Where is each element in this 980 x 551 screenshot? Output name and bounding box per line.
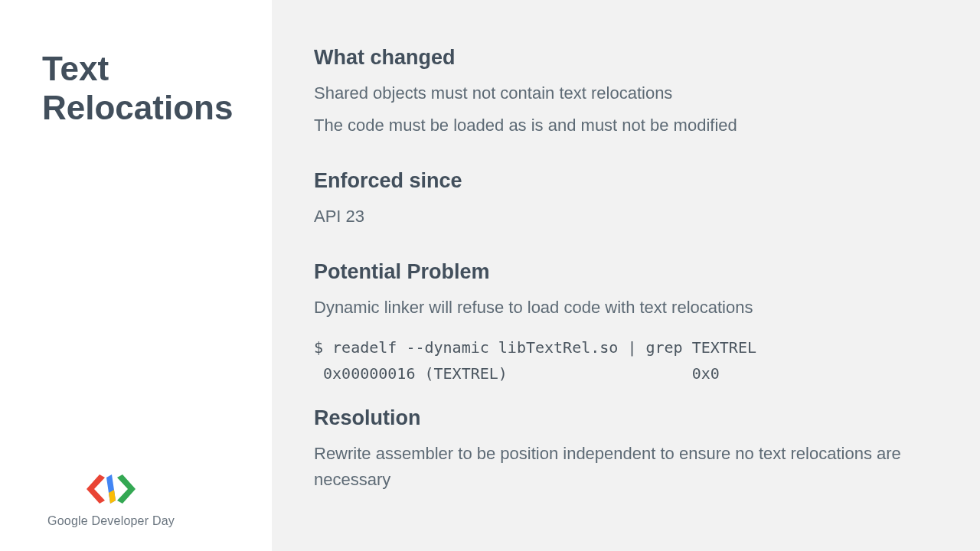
what-changed-line2: The code must be loaded as is and must n… (314, 112, 934, 139)
heading-enforced-since: Enforced since (314, 169, 934, 193)
section-what-changed: What changed Shared objects must not con… (314, 46, 934, 139)
svg-marker-1 (117, 474, 136, 504)
svg-marker-0 (87, 474, 105, 504)
google-dev-logo-icon (87, 474, 136, 507)
enforced-since-value: API 23 (314, 204, 934, 230)
code-block: $ readelf --dynamic libTextRel.so | grep… (314, 334, 934, 386)
left-panel: Text Relocations Google Developer Day (0, 0, 272, 551)
section-potential-problem: Potential Problem Dynamic linker will re… (314, 260, 934, 386)
content-panel: What changed Shared objects must not con… (272, 0, 980, 551)
slide-title: Text Relocations (42, 50, 249, 127)
resolution-line1: Rewrite assembler to be position indepen… (314, 441, 934, 493)
footer-brand: Google Developer Day (42, 474, 180, 528)
section-resolution: Resolution Rewrite assembler to be posit… (314, 406, 934, 493)
heading-what-changed: What changed (314, 46, 934, 70)
footer-brand-text: Google Developer Day (47, 514, 175, 528)
what-changed-line1: Shared objects must not contain text rel… (314, 80, 934, 106)
section-enforced-since: Enforced since API 23 (314, 169, 934, 230)
heading-resolution: Resolution (314, 406, 934, 430)
potential-problem-line1: Dynamic linker will refuse to load code … (314, 295, 934, 321)
heading-potential-problem: Potential Problem (314, 260, 934, 284)
